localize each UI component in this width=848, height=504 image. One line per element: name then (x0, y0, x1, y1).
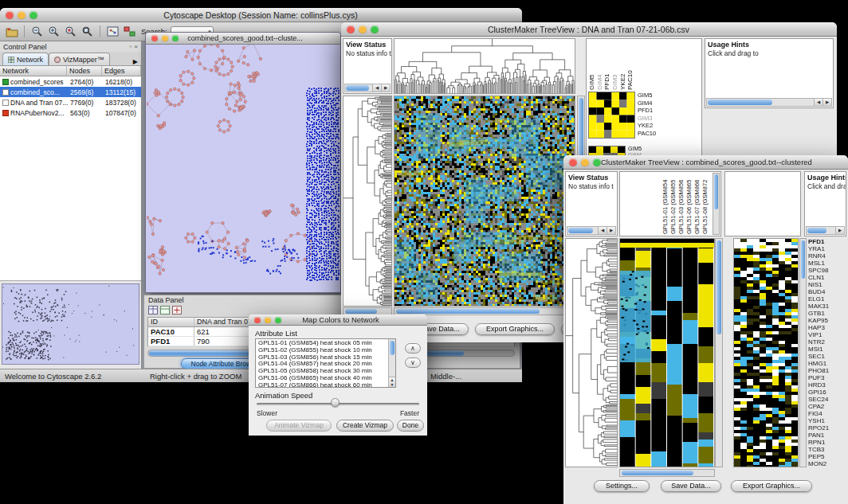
scroll-right-icon[interactable]: ▶ (607, 227, 615, 234)
gene-label[interactable]: BUD4 (808, 288, 846, 295)
scroll-left-icon[interactable]: ◀ (814, 99, 822, 106)
close-button[interactable] (6, 11, 14, 19)
array-label[interactable]: GPL51-01 (GSM854 (662, 174, 669, 234)
network-table-row[interactable]: DNA and Tran 07...7769(0)183728(0) (0, 97, 141, 107)
dialog-titlebar[interactable]: Map Colors to Network (249, 315, 427, 326)
overview-icon[interactable] (106, 25, 120, 38)
minimize-button[interactable] (162, 35, 168, 41)
attribute-item[interactable]: GPL51-05 (GSM858) heat shock 30 min (257, 368, 387, 375)
export-graphics-button[interactable]: Export Graphics... (475, 323, 555, 335)
tv2-hscrollbar[interactable] (619, 469, 715, 477)
usage-hints-scrollbar[interactable]: ◀ ▶ (706, 98, 832, 107)
speed-slider-thumb[interactable] (331, 398, 340, 407)
zoom-heatmap-canvas[interactable] (734, 239, 798, 467)
close-button[interactable] (151, 35, 158, 41)
gene-label[interactable]: GTB1 (808, 310, 846, 317)
gene-label[interactable]: NTR2 (808, 338, 846, 346)
gene-label[interactable]: MON2 (808, 460, 846, 467)
create-attribute-icon[interactable] (172, 306, 182, 315)
gene-label[interactable]: HMG1 (808, 360, 846, 367)
tab-overflow-icon[interactable]: ▶ (133, 58, 138, 65)
gene-dendrogram-canvas[interactable] (344, 96, 391, 306)
gene-label[interactable]: SPC98 (808, 267, 846, 274)
array-label[interactable]: PFD1 (603, 41, 611, 90)
gene-label[interactable]: CPA2 (808, 403, 846, 410)
gene-label[interactable]: PAC10 (638, 130, 656, 138)
gene-label[interactable]: PAN1 (808, 432, 846, 439)
scrollbar-thumb[interactable] (801, 240, 805, 279)
vizmap-icon[interactable] (123, 25, 136, 38)
minimize-button[interactable] (581, 158, 589, 166)
zoom-button[interactable] (275, 317, 281, 323)
tab-network[interactable]: Network (2, 53, 49, 65)
minimize-button[interactable] (359, 25, 367, 33)
attribute-item[interactable]: GPL51-02 (GSM855) heat shock 10 min (257, 347, 387, 354)
array-dendrogram-canvas[interactable] (395, 39, 575, 93)
network-window-titlebar[interactable]: combined_scores_good.txt--cluste... (146, 33, 340, 45)
array-label[interactable]: GPL51-08 (GSM872 (701, 174, 709, 234)
attribute-listbox[interactable]: GPL51-01 (GSM854) heat shock 05 minGPL51… (255, 338, 396, 388)
array-label[interactable]: GIM3 (611, 41, 619, 90)
treeview2-titlebar[interactable]: ClusterMaker TreeView : combined_scores_… (563, 155, 848, 170)
float-panel-icon[interactable]: ▫ (129, 43, 132, 50)
gene-label[interactable]: PUF3 (808, 374, 846, 381)
gene-label[interactable]: SEC24 (808, 396, 846, 403)
close-button[interactable] (347, 25, 355, 33)
gene-label[interactable]: VIP1 (808, 331, 846, 338)
scrollbar-thumb[interactable] (396, 309, 540, 314)
gene-label[interactable]: HRD3 (808, 381, 846, 389)
gene-label[interactable]: ELG1 (808, 295, 846, 303)
gene-label[interactable]: GIM5 (628, 146, 646, 152)
scroll-arrows[interactable]: ▲ ▼ (389, 377, 395, 387)
attribute-item[interactable]: GPL51-04 (GSM857) heat shock 20 min (257, 361, 387, 368)
array-label[interactable]: GPL51-06 (GSM865 (685, 174, 693, 234)
column-header-nodes[interactable]: Nodes (67, 66, 102, 76)
label-vscrollbar[interactable] (713, 173, 720, 235)
tab-vizmapper[interactable]: VizMapper™ (49, 53, 110, 65)
global-heatmap-canvas[interactable] (620, 239, 714, 467)
main-titlebar[interactable]: Cytoscape Desktop (Session Name: collins… (0, 8, 522, 22)
save-data-button[interactable]: Save Data... (661, 480, 721, 492)
gene-label[interactable]: SEC1 (808, 353, 846, 360)
array-label[interactable]: PAC10 (626, 41, 634, 90)
scrollbar-thumb[interactable] (708, 100, 772, 105)
global-heatmap-canvas[interactable] (395, 96, 575, 306)
move-up-button[interactable]: ∧ (405, 343, 421, 354)
attribute-item[interactable]: GPL51-01 (GSM854) heat shock 05 min (257, 340, 387, 347)
scrollbar-thumb[interactable] (807, 228, 826, 233)
close-button[interactable] (569, 158, 577, 166)
attribute-item[interactable]: GPL51-06 (GSM865) heat shock 40 min (257, 375, 387, 382)
gene-label[interactable]: PFD1 (638, 107, 656, 115)
zoom-selected-icon[interactable] (64, 25, 77, 38)
gene-label[interactable]: YRA1 (808, 245, 846, 252)
gene-label[interactable]: KAP95 (808, 317, 846, 324)
scroll-right-icon[interactable]: ▶ (381, 84, 390, 92)
gene-label[interactable]: TCB3 (808, 446, 846, 453)
select-attributes-icon[interactable] (160, 306, 170, 315)
gene-label[interactable]: RPO21 (808, 424, 846, 432)
gene-label[interactable]: PEP5 (808, 453, 846, 460)
network-table-row[interactable]: RNAPuberNov2...563(0)107847(0) (0, 107, 141, 118)
gene-label[interactable]: HAP3 (808, 324, 846, 331)
zoom-in-icon[interactable] (47, 25, 61, 38)
gene-label[interactable]: CLN1 (808, 274, 846, 281)
scroll-down-icon[interactable]: ▼ (389, 382, 395, 387)
minimize-button[interactable] (265, 317, 271, 323)
scroll-left-icon[interactable]: ◀ (598, 227, 607, 234)
minimize-button[interactable] (18, 11, 26, 19)
gene-label[interactable]: GIM3 (638, 115, 656, 123)
zoom-out-icon[interactable] (30, 25, 44, 38)
array-label[interactable]: GPL51-03 (GSM856 (677, 174, 685, 234)
gene-label[interactable]: FIG4 (808, 410, 846, 417)
tv2-vscrollbar[interactable] (715, 238, 723, 467)
move-down-button[interactable]: ∨ (405, 357, 421, 368)
scrollbar-thumb[interactable] (345, 309, 377, 314)
gene-label[interactable]: PHO81 (808, 367, 846, 374)
gene-label[interactable]: NIS1 (808, 281, 846, 288)
column-header-edges[interactable]: Edges (102, 66, 141, 76)
scroll-right-icon[interactable]: ▶ (822, 99, 831, 106)
gene-label[interactable]: GIM4 (638, 100, 656, 107)
scrollbar-thumb[interactable] (622, 471, 693, 475)
zoom-heatmap-canvas[interactable] (588, 92, 635, 139)
attribute-item[interactable]: GPL51-03 (GSM856) heat shock 15 min (257, 354, 387, 361)
